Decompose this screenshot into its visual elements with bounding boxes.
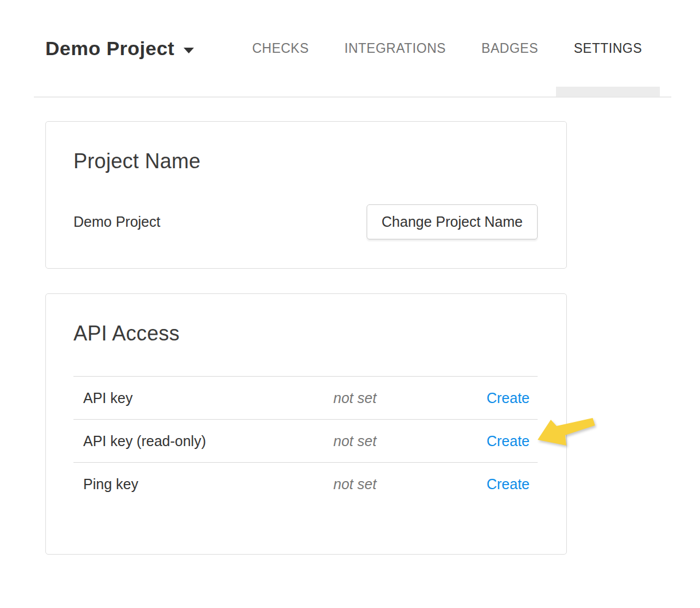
tab-integrations[interactable]: INTEGRATIONS <box>326 0 464 96</box>
api-key-row: API key not set Create <box>73 376 538 419</box>
create-ping-key-link[interactable]: Create <box>487 476 530 492</box>
project-settings-page: Demo Project CHECKS INTEGRATIONS BADGES … <box>0 0 700 608</box>
api-key-action: Create <box>445 390 538 406</box>
ping-key-action: Create <box>445 476 538 493</box>
current-project-name: Demo Project <box>73 214 160 230</box>
api-keys-table: API key not set Create API key (read-onl… <box>73 376 538 505</box>
project-name-card-title: Project Name <box>73 149 538 173</box>
create-readonly-api-key-link[interactable]: Create <box>487 433 530 449</box>
api-access-card-title: API Access <box>73 322 538 346</box>
nav-tabs: CHECKS INTEGRATIONS BADGES SETTINGS <box>234 0 660 96</box>
api-key-readonly-row: API key (read-only) not set Create <box>73 419 538 462</box>
change-project-name-button[interactable]: Change Project Name <box>367 204 538 239</box>
project-selector-label: Demo Project <box>45 37 174 60</box>
tab-checks[interactable]: CHECKS <box>234 0 326 96</box>
tab-settings[interactable]: SETTINGS <box>556 0 660 96</box>
api-key-label: API key <box>73 390 333 406</box>
ping-key-label: Ping key <box>73 476 333 493</box>
create-api-key-link[interactable]: Create <box>487 390 530 406</box>
top-navigation: Demo Project CHECKS INTEGRATIONS BADGES … <box>34 0 671 98</box>
tab-badges[interactable]: BADGES <box>464 0 556 96</box>
api-key-value: not set <box>333 390 445 406</box>
settings-content: Project Name Demo Project Change Project… <box>0 121 700 555</box>
caret-down-icon <box>184 48 194 53</box>
project-name-card: Project Name Demo Project Change Project… <box>45 121 567 269</box>
ping-key-row: Ping key not set Create <box>73 462 538 505</box>
api-key-readonly-value: not set <box>333 433 445 450</box>
project-name-row: Demo Project Change Project Name <box>73 204 538 239</box>
api-key-readonly-action: Create <box>445 433 538 450</box>
api-key-readonly-label: API key (read-only) <box>73 433 333 450</box>
api-access-card: API Access API key not set Create API ke… <box>45 293 567 555</box>
ping-key-value: not set <box>333 476 445 493</box>
project-selector-dropdown[interactable]: Demo Project <box>45 0 194 96</box>
